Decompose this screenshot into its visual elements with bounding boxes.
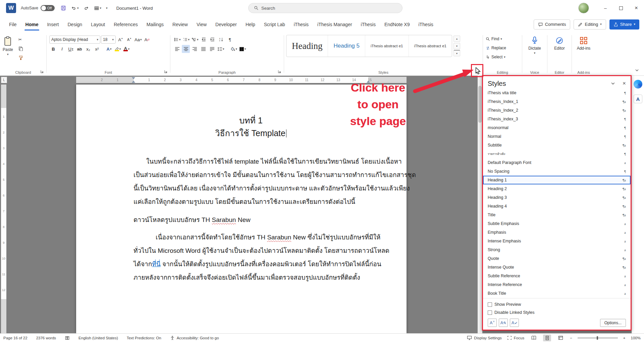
style-item[interactable]: Heading 4 ¶a bbox=[483, 202, 631, 211]
font-dialog-launcher[interactable] bbox=[163, 69, 168, 74]
show-preview-checkbox[interactable]: Show Preview bbox=[488, 300, 626, 308]
proofing-status[interactable] bbox=[65, 336, 70, 340]
style-preview-ithesis-abstract-2[interactable]: iThesis abstract e1 bbox=[409, 35, 452, 57]
save-button[interactable] bbox=[61, 5, 66, 11]
select-button[interactable]: Select▾ bbox=[484, 53, 521, 61]
style-item[interactable]: Subtle Reference a bbox=[483, 272, 631, 280]
minimize-button[interactable]: – bbox=[598, 0, 613, 16]
text-predictions[interactable]: Text Predictions: On bbox=[127, 336, 161, 340]
distribute-button[interactable] bbox=[208, 45, 216, 53]
increase-indent-button[interactable] bbox=[209, 36, 217, 44]
disable-linked-styles-checkbox[interactable]: Disable Linked Styles bbox=[488, 308, 626, 317]
clear-formatting-button[interactable]: A bbox=[143, 36, 151, 44]
copy-button[interactable] bbox=[17, 45, 24, 53]
clipboard-dialog-launcher[interactable] bbox=[40, 69, 45, 74]
style-item[interactable]: Heading 1 ¶a bbox=[483, 176, 631, 184]
styles-pane-close-button[interactable]: × bbox=[623, 80, 626, 87]
font-size-combo[interactable]: 18 ▾ bbox=[101, 36, 116, 44]
text-effects-button[interactable]: A▾ bbox=[105, 45, 113, 53]
copilot-icon[interactable] bbox=[634, 80, 642, 89]
editor-pane-icon[interactable]: A bbox=[634, 95, 642, 103]
style-item[interactable]: Intense Reference a bbox=[483, 280, 631, 289]
ribbon-tab[interactable]: iThesis bbox=[414, 16, 437, 33]
italic-button[interactable]: I bbox=[58, 45, 66, 53]
style-item[interactable]: Intense Emphasis a bbox=[483, 237, 631, 245]
style-item[interactable]: Heading 2 ¶a bbox=[483, 184, 631, 193]
autosave-control[interactable]: AutoSave Off bbox=[21, 5, 55, 11]
ribbon-tab[interactable]: iThesis bbox=[357, 16, 380, 33]
style-preview-heading[interactable]: Heading bbox=[286, 35, 328, 57]
decrease-indent-button[interactable] bbox=[200, 36, 208, 44]
ribbon-tab[interactable]: iThesis bbox=[289, 16, 313, 33]
sort-button[interactable]: AZ bbox=[217, 36, 225, 44]
style-item[interactable]: Quote ¶a bbox=[483, 254, 631, 263]
vertical-ruler[interactable]: 123456789101112 bbox=[1, 84, 6, 333]
borders-button[interactable]: ▾ bbox=[238, 45, 247, 53]
cut-button[interactable]: ✂ bbox=[17, 36, 24, 44]
style-preview-ithesis-abstract-1[interactable]: iThesis abstract e1 bbox=[365, 35, 409, 57]
style-item[interactable]: Normal ¶ bbox=[483, 132, 631, 141]
hanging-indent-marker[interactable] bbox=[132, 80, 135, 83]
change-case-button[interactable]: Aa▾ bbox=[134, 36, 142, 44]
undo-button[interactable]: ▾ bbox=[71, 6, 79, 11]
ribbon-tab[interactable]: Review bbox=[168, 16, 192, 33]
style-item[interactable]: Subtle Emphasis a bbox=[483, 219, 631, 228]
customize-qat-button[interactable]: ▾ bbox=[106, 7, 108, 10]
checkbox[interactable] bbox=[488, 302, 492, 307]
style-item[interactable]: Heading 3 ¶a bbox=[483, 193, 631, 202]
ribbon-tab[interactable]: View bbox=[192, 16, 211, 33]
collapse-ribbon-button[interactable] bbox=[634, 68, 639, 73]
multilevel-list-button[interactable]: ▾ bbox=[191, 36, 199, 44]
bold-button[interactable]: B bbox=[49, 45, 57, 53]
web-layout-button[interactable] bbox=[556, 335, 565, 341]
superscript-button[interactable]: x² bbox=[93, 45, 101, 53]
table-tool-button[interactable]: ▾ bbox=[94, 6, 102, 11]
ribbon-tab[interactable]: Script Lab bbox=[260, 16, 289, 33]
document-scrollbar[interactable] bbox=[478, 76, 482, 333]
redo-button[interactable] bbox=[84, 6, 89, 11]
zoom-percentage[interactable]: 100% bbox=[631, 336, 641, 340]
maximize-button[interactable] bbox=[613, 0, 629, 16]
first-line-indent-marker[interactable] bbox=[132, 77, 135, 79]
align-left-button[interactable] bbox=[173, 45, 181, 53]
checkbox[interactable] bbox=[488, 310, 492, 315]
gallery-more-button[interactable]: ▾ bbox=[453, 50, 460, 56]
word-logo-icon[interactable]: W bbox=[6, 3, 16, 13]
style-item[interactable]: Emphasis a bbox=[483, 228, 631, 237]
ribbon-tab[interactable]: iThesis Manager bbox=[313, 16, 357, 33]
editor-button[interactable]: Editor bbox=[547, 35, 572, 52]
zoom-in-button[interactable]: + bbox=[623, 336, 626, 340]
addins-button[interactable]: Add-ins bbox=[572, 35, 595, 52]
search-input[interactable]: Search bbox=[248, 3, 402, 13]
zoom-out-button[interactable]: − bbox=[570, 336, 572, 340]
avatar[interactable] bbox=[578, 3, 589, 13]
bullets-button[interactable]: ▾ bbox=[173, 36, 181, 44]
new-style-button[interactable]: A+ bbox=[488, 319, 497, 327]
language-indicator[interactable]: English (United States) bbox=[78, 336, 118, 340]
page-indicator[interactable]: Page 16 of 22 bbox=[3, 336, 28, 340]
numbering-button[interactable]: ▾ bbox=[182, 36, 191, 44]
strikethrough-button[interactable]: ab bbox=[75, 45, 84, 53]
comments-button[interactable]: Comments bbox=[534, 19, 571, 30]
show-paragraph-marks-button[interactable]: ¶ bbox=[226, 36, 234, 44]
shrink-font-button[interactable]: A▾ bbox=[125, 36, 133, 44]
style-item[interactable]: Intense Quote ¶a bbox=[483, 263, 631, 272]
ribbon-tab[interactable]: Home bbox=[21, 16, 43, 33]
style-item[interactable]: iThesis_index_3 ¶ bbox=[483, 115, 631, 123]
ribbon-tab[interactable]: Developer bbox=[211, 16, 241, 33]
hyperlink[interactable]: ที่นี่ bbox=[152, 261, 161, 268]
ribbon-tab[interactable]: Help bbox=[241, 16, 260, 33]
ribbon-tab[interactable]: File bbox=[5, 16, 21, 33]
focus-button[interactable]: Focus bbox=[507, 336, 524, 340]
style-preview-heading5[interactable]: Heading 5 bbox=[328, 35, 365, 57]
paragraph-dialog-launcher[interactable] bbox=[277, 69, 282, 74]
ribbon-tab[interactable]: Insert bbox=[43, 16, 63, 33]
style-item[interactable]: Title ¶a bbox=[483, 211, 631, 219]
autosave-toggle[interactable]: Off bbox=[41, 5, 55, 11]
close-button[interactable]: × bbox=[629, 0, 644, 16]
style-item[interactable]: Default Paragraph Font a bbox=[483, 158, 631, 167]
shading-button[interactable]: ▾ bbox=[230, 45, 238, 53]
styles-pane-menu-button[interactable] bbox=[611, 82, 615, 85]
style-item[interactable]: iThesis_Index_2 ¶a bbox=[483, 106, 631, 115]
align-center-button[interactable] bbox=[182, 45, 190, 53]
